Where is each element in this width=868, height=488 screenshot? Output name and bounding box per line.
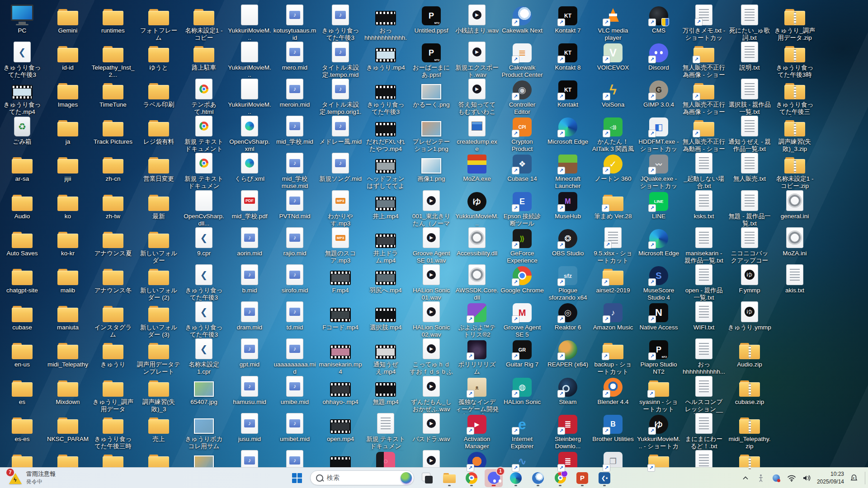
- desktop-icon[interactable]: AWSSDK.Core.dll: [455, 263, 499, 301]
- desktop-icon[interactable]: YukkuriMovieM...: [228, 78, 271, 116]
- desktop-icon[interactable]: ↗ ぷよぷよ™テトリス®2: [455, 300, 499, 338]
- show-desktop-divider[interactable]: [865, 472, 865, 484]
- desktop-icon[interactable]: ϟ↗ VoiSona: [591, 78, 635, 108]
- tray-notification-bell-icon[interactable]: z: [849, 472, 859, 484]
- desktop-icon[interactable]: ↗ syasinn - ショートカット: [637, 375, 680, 413]
- desktop-icon[interactable]: まにまにわーるど！.txt: [682, 412, 726, 450]
- desktop-icon[interactable]: ♪ hamusu.mid: [228, 375, 271, 406]
- desktop-icon[interactable]: アナウンス夏: [91, 226, 135, 257]
- desktop-icon[interactable]: ≣↗ Steinberg Downlo...: [546, 412, 590, 450]
- desktop-icon[interactable]: ♪ タイトル未設定.tempo.orig1.mid: [319, 78, 362, 117]
- desktop-icon[interactable]: ⟫↗ GeForce Experience: [500, 226, 544, 264]
- desktop-icon[interactable]: chatgpt-site: [0, 263, 44, 294]
- desktop-icon[interactable]: 無題 - 親作品一覧.txt: [728, 189, 771, 227]
- desktop-icon[interactable]: ↗ 無人販売不正行為画像 - ショートカッ...: [682, 41, 726, 80]
- desktop-icon[interactable]: ↗ 9.5.xlsx - ショートカット: [591, 226, 635, 264]
- desktop-icon[interactable]: 説明.txt: [728, 41, 771, 71]
- desktop-icon[interactable]: KT↗ Kontakt 8: [546, 41, 590, 71]
- desktop-icon[interactable]: きゅうり.mp4: [364, 41, 407, 71]
- desktop-icon[interactable]: きゅうりボカコレ用サムネ.jpg: [182, 412, 226, 451]
- desktop-icon[interactable]: ↗ 筆まめ Ver.28: [591, 189, 635, 220]
- desktop-icon[interactable]: ↗ 無人販売不正行為画像 - ショートカット: [682, 78, 726, 117]
- desktop-icon[interactable]: general.ini: [773, 189, 816, 220]
- desktop-icon[interactable]: おっhhhhhhhhhhh...: [682, 338, 726, 375]
- desktop-icon[interactable]: cubase: [0, 300, 44, 331]
- desktop-icon[interactable]: ↗ backup - ショートカット: [591, 338, 635, 375]
- desktop-icon[interactable]: 通知うぜえ - 親作品一覧.txt: [728, 115, 771, 153]
- taskbar-icon-discord[interactable]: 1: [485, 469, 503, 487]
- desktop-icon[interactable]: きゅうり_調声用データ: [91, 375, 135, 413]
- desktop-icon[interactable]: きゅうり: [91, 338, 135, 368]
- desktop-icon[interactable]: ᴥ↗ 孤独なインディーゲーム開発者の一生 ...: [455, 375, 499, 414]
- tray-accessibility-icon[interactable]: [755, 472, 766, 484]
- desktop-icon[interactable]: ▶ 答え知っててもむずいわこれ.wav: [455, 78, 499, 117]
- desktop-icon[interactable]: ♪ 新規ソング.mid: [319, 152, 362, 183]
- desktop-icon[interactable]: zh-cn: [91, 152, 135, 183]
- desktop-icon[interactable]: cubase.zip: [728, 375, 771, 406]
- desktop-icon[interactable]: くらび.xml: [228, 152, 271, 183]
- desktop-icon[interactable]: ヘルスコンプレッション__歌詞.txt: [682, 375, 726, 414]
- desktop-icon[interactable]: プレゼンテーション1.png: [410, 115, 453, 153]
- desktop-icon[interactable]: ↗ ポリリリリズム: [455, 338, 499, 375]
- desktop-icon[interactable]: ♪ mid_学校.mid: [273, 115, 316, 145]
- taskbar-icon-file-explorer[interactable]: [440, 469, 458, 487]
- desktop-icon[interactable]: PNT2 おーばーまにあ.ppsf: [410, 41, 453, 79]
- desktop-icon[interactable]: WIFI.txt: [682, 300, 726, 331]
- desktop-icon[interactable]: e↗ Internet Explorer: [500, 412, 544, 450]
- taskbar-search-input[interactable]: 検索: [310, 470, 414, 485]
- desktop-icon[interactable]: きゅうり食ってた午後3時.mp4: [364, 78, 407, 117]
- desktop-icon[interactable]: malib: [46, 263, 90, 294]
- desktop-icon[interactable]: 新しいフォルダー (2): [137, 263, 180, 301]
- desktop-icon[interactable]: ◁))↗ かんたん！ AITalk 3 関西風: [591, 115, 635, 153]
- desktop-icon[interactable]: Images: [46, 78, 90, 108]
- desktop-icon[interactable]: jijii: [46, 152, 90, 183]
- desktop-icon[interactable]: F.mp4: [319, 263, 362, 294]
- desktop-icon[interactable]: レジ袋有料: [137, 115, 180, 145]
- desktop-icon[interactable]: maniuta: [46, 300, 90, 331]
- desktop-icon[interactable]: ゆ きゅうり.ymmp: [728, 300, 771, 331]
- desktop-icon[interactable]: ❂↗ OBS Studio: [546, 226, 590, 257]
- desktop-icon[interactable]: ✓↗ ノートン 360: [591, 152, 635, 183]
- desktop-icon[interactable]: ♪ きゅうり食ってた午後3時.mid: [319, 4, 362, 42]
- desktop-icon[interactable]: 井上.mp4: [364, 189, 407, 220]
- desktop-icon[interactable]: ↗ CMS: [637, 4, 680, 34]
- desktop-icon[interactable]: ♪ タイトル未設定.tempo.mid: [319, 41, 362, 79]
- desktop-icon[interactable]: ja: [46, 115, 90, 145]
- desktop-icon[interactable]: きゅうり_調声用データ.zip: [773, 4, 816, 42]
- desktop-icon[interactable]: ♪ PVTNd.mid: [273, 189, 316, 220]
- desktop-icon[interactable]: ▶↗ Activation Manager: [455, 412, 499, 450]
- desktop-icon[interactable]: 新規 テキスト ドキュメント.html: [182, 152, 226, 191]
- desktop-icon[interactable]: だれだFXいれたやつ.mp4: [364, 115, 407, 153]
- desktop-icon[interactable]: MP3 わかりやす.mp3: [319, 189, 362, 227]
- desktop-icon[interactable]: es-es: [0, 412, 44, 443]
- desktop-icon[interactable]: ♪ td.mid: [273, 300, 316, 331]
- taskbar-weather-widget[interactable]: 7 ϟ 雷雨注意報 発令中: [5, 469, 59, 486]
- desktop-icon[interactable]: ko: [46, 189, 90, 220]
- desktop-icon[interactable]: LINE↗ LINE: [637, 189, 680, 220]
- desktop-icon[interactable]: KT↗ Kontakt: [546, 78, 590, 108]
- desktop-icon[interactable]: 井上ドラム.mp4: [364, 226, 407, 264]
- desktop-icon[interactable]: 新規 テキスト ドキュメント (2).html: [182, 115, 226, 154]
- desktop-icon[interactable]: PNT2 Untitled.ppsf: [410, 4, 453, 34]
- desktop-icon[interactable]: KT↗ Kontakt 7: [546, 4, 590, 34]
- desktop-icon[interactable]: ▶ Groove Agent SE 01.wav: [410, 226, 453, 264]
- desktop-icon[interactable]: ≡↗ Cakewalk Product Center: [500, 41, 544, 79]
- desktop-icon[interactable]: Auto Saves: [0, 226, 44, 257]
- desktop-icon[interactable]: ♪ aorin.mid: [228, 226, 271, 257]
- desktop-icon[interactable]: open - 親作品一覧.txt: [682, 263, 726, 301]
- desktop-icon[interactable]: ↗ Cakewalk Next: [500, 4, 544, 34]
- desktop-icon[interactable]: 通知うぜえ.mp4: [364, 338, 407, 375]
- desktop-icon[interactable]: Mixdown: [46, 375, 90, 406]
- desktop-icon[interactable]: ♪ umibet.mid: [273, 412, 316, 443]
- desktop-icon[interactable]: ↗ Steam: [546, 375, 590, 406]
- desktop-icon[interactable]: ▶ HALion Sonic 01.wav: [410, 263, 453, 301]
- desktop-icon[interactable]: B↗ Brother Utilities: [591, 412, 635, 443]
- desktop-icon[interactable]: N↗ Native Access: [637, 300, 680, 331]
- desktop-icon[interactable]: ♻ ごみ箱: [0, 115, 44, 145]
- desktop-icon[interactable]: ↗ REAPER (x64): [546, 338, 590, 368]
- desktop-icon[interactable]: en-us: [0, 338, 44, 368]
- desktop-icon[interactable]: runtimes: [91, 4, 135, 34]
- desktop-icon[interactable]: M↗ Groove Agent SE 5: [500, 300, 544, 338]
- desktop-icon[interactable]: S↗ MuseScore Studio 4: [637, 263, 680, 301]
- desktop-icon[interactable]: 名称未設定1 - コピー.zip: [773, 152, 816, 190]
